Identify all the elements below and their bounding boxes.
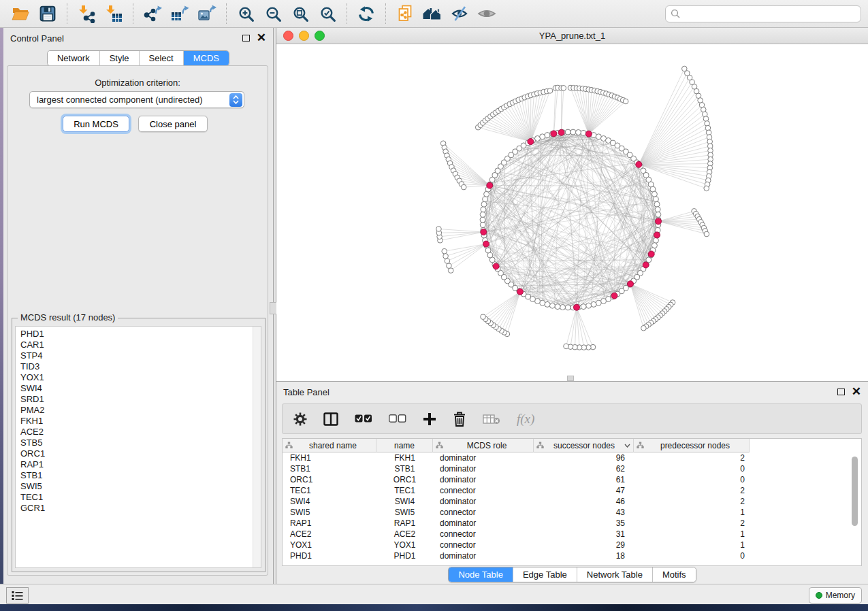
table-cell: 2 [634, 518, 750, 529]
task-history-button[interactable] [6, 587, 29, 604]
mcds-result-item[interactable]: STB5 [20, 437, 261, 448]
mcds-result-item[interactable]: SWI4 [20, 383, 261, 394]
float-table-panel-icon[interactable] [837, 389, 845, 395]
zoom-selected-button[interactable] [314, 2, 341, 25]
tab-edge-table[interactable]: Edge Table [513, 567, 577, 582]
table-row[interactable]: RAP1RAP1dominator352 [283, 518, 861, 529]
search-icon [671, 9, 680, 18]
column-header-predecessor-nodes[interactable]: predecessor nodes [634, 439, 750, 452]
tab-mcds[interactable]: MCDS [183, 51, 229, 65]
show-eye-button[interactable] [473, 2, 500, 25]
add-column-button[interactable] [423, 412, 436, 426]
toolbar-separator [347, 3, 347, 24]
close-table-panel-icon[interactable]: ✕ [852, 388, 861, 396]
mcds-result-item[interactable]: TEC1 [20, 492, 261, 503]
houses-button[interactable] [419, 2, 446, 25]
delete-table-button[interactable] [483, 414, 500, 425]
table-row[interactable]: PHD1PHD1dominator180 [283, 550, 861, 561]
hide-eye-button[interactable] [446, 2, 473, 25]
mcds-result-item[interactable]: STB1 [20, 470, 261, 481]
zoom-fit-button[interactable] [287, 2, 314, 25]
zoom-in-button[interactable] [232, 2, 259, 25]
export-image-button[interactable] [193, 2, 221, 25]
column-header-MCDS-role[interactable]: MCDS role [433, 439, 534, 452]
zoom-out-button[interactable] [259, 2, 287, 25]
table-cell: ACE2 [283, 529, 376, 540]
show-columns-button[interactable] [323, 412, 338, 426]
mcds-result-item[interactable]: PMA2 [20, 405, 261, 416]
search-input[interactable] [684, 8, 856, 19]
table-row[interactable]: SWI5SWI5connector431 [283, 507, 861, 518]
tab-network[interactable]: Network [48, 51, 99, 65]
import-table-button[interactable] [100, 2, 127, 25]
float-panel-icon[interactable] [242, 35, 250, 42]
trash-icon [453, 412, 466, 427]
optimization-select[interactable]: largest connected component (undirected) [29, 91, 244, 108]
mcds-result-item[interactable]: RAP1 [20, 459, 261, 470]
network-canvas[interactable] [276, 44, 868, 381]
open-folder-button[interactable] [7, 2, 34, 25]
mcds-result-item[interactable]: GCR1 [20, 503, 261, 514]
table-row[interactable]: STB1STB1dominator620 [283, 463, 861, 474]
mcds-result-item[interactable]: ACE2 [20, 427, 261, 437]
import-network-button[interactable] [73, 2, 100, 25]
table-row[interactable]: TEC1TEC1connector472 [283, 485, 861, 496]
table-row[interactable]: YOX1YOX1connector291 [283, 540, 861, 550]
column-header-successor-nodes[interactable]: successor nodes [534, 439, 634, 452]
table-row[interactable]: ACE2ACE2connector311 [283, 529, 861, 540]
tab-node-table[interactable]: Node Table [449, 567, 513, 582]
export-network-button[interactable] [139, 2, 166, 25]
mcds-result-item[interactable]: SWI5 [20, 481, 261, 492]
table-cell: STB1 [283, 463, 376, 474]
delete-column-button[interactable] [453, 412, 466, 427]
table-row[interactable]: ORC1ORC1dominator610 [283, 474, 861, 485]
save-button[interactable] [34, 2, 61, 25]
run-mcds-button[interactable]: Run MCDS [63, 116, 129, 132]
close-window-icon[interactable] [283, 31, 293, 41]
memory-button[interactable]: Memory [809, 587, 862, 604]
tab-motifs[interactable]: Motifs [652, 567, 696, 582]
column-header-shared-name[interactable]: shared name [283, 439, 376, 452]
desktop-wallpaper-bottom [0, 604, 868, 611]
export-table-button[interactable] [166, 2, 193, 25]
node-table-body: FKH1FKH1dominator962STB1STB1dominator620… [283, 452, 861, 561]
refresh-button[interactable] [353, 2, 380, 25]
table-cell: 0 [634, 550, 750, 561]
mcds-result-item[interactable]: TID3 [20, 361, 261, 372]
mcds-result-item[interactable]: ORC1 [20, 448, 261, 459]
table-scrollbar[interactable] [851, 455, 858, 564]
zoom-window-icon[interactable] [315, 31, 325, 41]
horizontal-splitter-handle[interactable] [567, 376, 574, 381]
table-panel: Table Panel ✕ [276, 381, 868, 584]
tab-style[interactable]: Style [99, 51, 139, 65]
search-field[interactable] [665, 5, 861, 22]
share-document-button[interactable] [391, 2, 419, 25]
table-cell: dominator [433, 550, 534, 561]
zoom-fit-icon [292, 5, 309, 22]
table-cell: 18 [534, 550, 634, 561]
mcds-result-item[interactable]: PHD1 [20, 329, 261, 340]
mcds-result-item[interactable]: SRD1 [20, 394, 261, 405]
mcds-result-list[interactable]: PHD1CAR1STP4TID3YOX1SWI4SRD1PMA2FKH1ACE2… [15, 326, 261, 568]
mcds-result-scrollbar[interactable] [253, 327, 261, 567]
mcds-result-item[interactable]: CAR1 [20, 340, 261, 350]
control-panel-title: Control Panel [10, 33, 64, 44]
function-builder-button[interactable]: f(x) [517, 412, 534, 427]
table-cell: SWI5 [376, 507, 433, 518]
table-settings-button[interactable] [293, 412, 307, 426]
deselect-all-button[interactable] [389, 414, 406, 423]
table-scrollbar-thumb[interactable] [852, 457, 858, 526]
tab-select[interactable]: Select [139, 51, 183, 65]
mcds-result-item[interactable]: YOX1 [20, 372, 261, 383]
column-header-name[interactable]: name [376, 439, 433, 452]
close-panel-icon[interactable]: ✕ [257, 34, 266, 42]
table-row[interactable]: FKH1FKH1dominator962 [283, 452, 861, 463]
mcds-result-item[interactable]: STP4 [20, 350, 261, 361]
table-cell: 2 [634, 485, 750, 496]
minimize-window-icon[interactable] [299, 31, 309, 41]
tab-network-table[interactable]: Network Table [577, 567, 652, 582]
mcds-result-item[interactable]: FKH1 [20, 416, 261, 427]
select-all-button[interactable] [355, 414, 372, 423]
close-panel-button[interactable]: Close panel [138, 116, 208, 132]
table-row[interactable]: SWI4SWI4dominator462 [283, 496, 861, 507]
